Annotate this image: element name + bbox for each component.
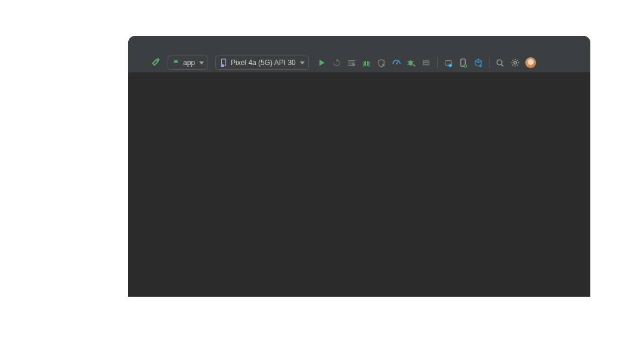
titlebar [128, 36, 590, 53]
svg-line-14 [369, 65, 370, 66]
apply-changes-icon[interactable] [332, 58, 342, 67]
svg-line-9 [363, 61, 365, 62]
run-config-label: app [183, 59, 195, 67]
svg-rect-3 [221, 64, 224, 67]
run-icon[interactable] [317, 58, 327, 67]
run-config-dropdown[interactable]: app [168, 56, 208, 70]
run-actions-group [317, 58, 431, 67]
svg-point-26 [463, 64, 464, 66]
chevron-down-icon [199, 61, 204, 64]
chevron-down-icon [300, 61, 305, 64]
svg-line-20 [413, 61, 414, 61]
svg-rect-21 [423, 60, 429, 64]
separator [489, 57, 490, 68]
svg-line-35 [512, 60, 513, 60]
android-icon [172, 59, 180, 67]
svg-line-0 [174, 60, 175, 61]
svg-point-30 [513, 61, 516, 64]
svg-point-28 [497, 60, 502, 64]
editor-area [128, 73, 590, 297]
coverage-icon[interactable] [377, 58, 386, 67]
tools-group [444, 58, 483, 67]
ide-window: app Pixel 4a (5G) API 30 [128, 36, 590, 297]
svg-line-37 [517, 60, 518, 60]
main-toolbar: app Pixel 4a (5G) API 30 [128, 53, 590, 73]
instant-run-icon[interactable] [347, 58, 357, 67]
user-avatar[interactable] [525, 57, 536, 68]
device-manager-icon[interactable] [459, 58, 468, 67]
attach-debugger-icon[interactable] [422, 58, 431, 67]
sync-project-icon[interactable] [473, 58, 483, 67]
search-icon[interactable] [496, 58, 505, 67]
debug-icon[interactable] [362, 58, 371, 67]
svg-line-29 [501, 64, 503, 66]
svg-point-16 [396, 63, 397, 64]
app-inspection-icon[interactable] [407, 58, 416, 67]
svg-point-17 [409, 60, 413, 65]
svg-point-24 [448, 63, 452, 67]
device-label: Pixel 4a (5G) API 30 [231, 59, 296, 67]
device-dropdown[interactable]: Pixel 4a (5G) API 30 [215, 56, 309, 70]
svg-line-19 [407, 64, 409, 64]
separator [437, 57, 438, 68]
settings-gear-icon[interactable] [510, 58, 520, 67]
prefs-group [496, 57, 536, 68]
resource-manager-icon[interactable] [444, 58, 453, 67]
svg-line-10 [369, 61, 370, 62]
svg-line-18 [407, 61, 409, 61]
phone-icon [219, 59, 228, 67]
svg-line-1 [177, 60, 178, 61]
svg-line-36 [517, 64, 518, 65]
profiler-icon[interactable] [392, 58, 401, 67]
build-hammer-icon[interactable] [151, 58, 160, 67]
svg-line-38 [512, 64, 513, 65]
svg-line-13 [363, 65, 365, 66]
